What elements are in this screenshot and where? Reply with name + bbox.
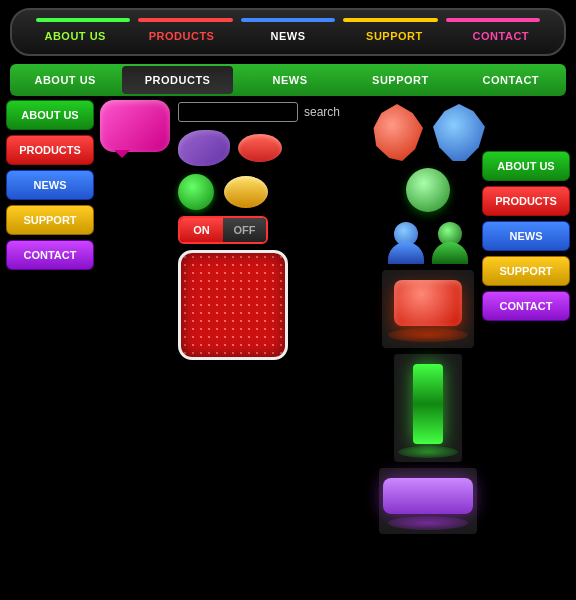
line-blue — [241, 18, 335, 22]
left-btn-contact[interactable]: CONTACT — [6, 240, 94, 270]
navbar-2: ABOUT US PRODUCTS NEWS SUPPORT CONTACT — [10, 64, 566, 96]
nav1-color-lines — [12, 16, 564, 26]
blob-purple — [178, 130, 230, 166]
circle-row — [178, 174, 340, 210]
circle-green-big — [406, 168, 450, 212]
glow-bar-green — [413, 364, 443, 444]
blob-red-star — [371, 104, 423, 164]
pill-red — [238, 134, 282, 162]
avatar-green-body — [432, 242, 468, 264]
navbar-1: ABOUT US PRODUCTS NEWS SUPPORT CONTACT — [10, 8, 566, 56]
nav1-about[interactable]: ABOUT US — [22, 28, 128, 44]
blob-shape-row-top — [371, 104, 485, 164]
toggle-on[interactable]: ON — [180, 218, 223, 242]
left-btn-products[interactable]: PRODUCTS — [6, 135, 94, 165]
avatar-blue-body — [388, 242, 424, 264]
glow-shadow-green — [398, 446, 458, 458]
left-button-column: ABOUT US PRODUCTS NEWS SUPPORT CONTACT — [6, 100, 94, 534]
nav1-products[interactable]: PRODUCTS — [128, 28, 234, 44]
toggle-switch[interactable]: ON OFF — [178, 216, 268, 244]
right-btn-support[interactable]: SUPPORT — [482, 256, 570, 286]
line-red — [138, 18, 232, 22]
avatar-row — [388, 222, 468, 264]
avatar-blue — [388, 222, 424, 264]
toggle-off[interactable]: OFF — [223, 218, 266, 242]
circle-green-small — [178, 174, 214, 210]
nav2-products[interactable]: PRODUCTS — [122, 66, 232, 94]
search-label: search — [304, 105, 340, 119]
left-btn-about[interactable]: ABOUT US — [6, 100, 94, 130]
cylinder-gold — [224, 176, 268, 208]
red-dotted-box — [178, 250, 288, 360]
right-btn-about[interactable]: ABOUT US — [482, 151, 570, 181]
line-yellow — [343, 18, 437, 22]
nav2-support[interactable]: SUPPORT — [345, 64, 455, 96]
glow-column — [378, 100, 478, 534]
nav2-news[interactable]: NEWS — [235, 64, 345, 96]
left-btn-news[interactable]: NEWS — [6, 170, 94, 200]
nav2-about[interactable]: ABOUT US — [10, 64, 120, 96]
left-btn-support[interactable]: SUPPORT — [6, 205, 94, 235]
nav2-contact[interactable]: CONTACT — [456, 64, 566, 96]
speech-bubble — [100, 100, 170, 152]
right-btn-contact[interactable]: CONTACT — [482, 291, 570, 321]
glow-button-red[interactable] — [394, 280, 462, 326]
line-pink — [446, 18, 540, 22]
nav1-news[interactable]: NEWS — [235, 28, 341, 44]
search-input[interactable] — [178, 102, 298, 122]
right-btn-news[interactable]: NEWS — [482, 221, 570, 251]
nav1-support[interactable]: SUPPORT — [341, 28, 447, 44]
blob-shape-row — [178, 130, 340, 166]
middle-column: search ON OFF — [98, 100, 374, 534]
content-area: ABOUT US PRODUCTS NEWS SUPPORT CONTACT s… — [0, 96, 576, 538]
line-green — [36, 18, 130, 22]
right-btn-products[interactable]: PRODUCTS — [482, 186, 570, 216]
right-button-column: ABOUT US PRODUCTS NEWS SUPPORT CONTACT — [482, 100, 570, 534]
blob-blue-star — [433, 104, 485, 164]
glow-button-purple[interactable] — [383, 478, 473, 514]
glow-shadow-purple — [388, 516, 468, 530]
avatar-green — [432, 222, 468, 264]
search-row: search — [178, 102, 340, 122]
nav1-items: ABOUT US PRODUCTS NEWS SUPPORT CONTACT — [12, 26, 564, 46]
glow-shadow-red — [388, 328, 468, 342]
nav1-contact[interactable]: CONTACT — [448, 28, 554, 44]
right-spacer — [482, 100, 570, 146]
